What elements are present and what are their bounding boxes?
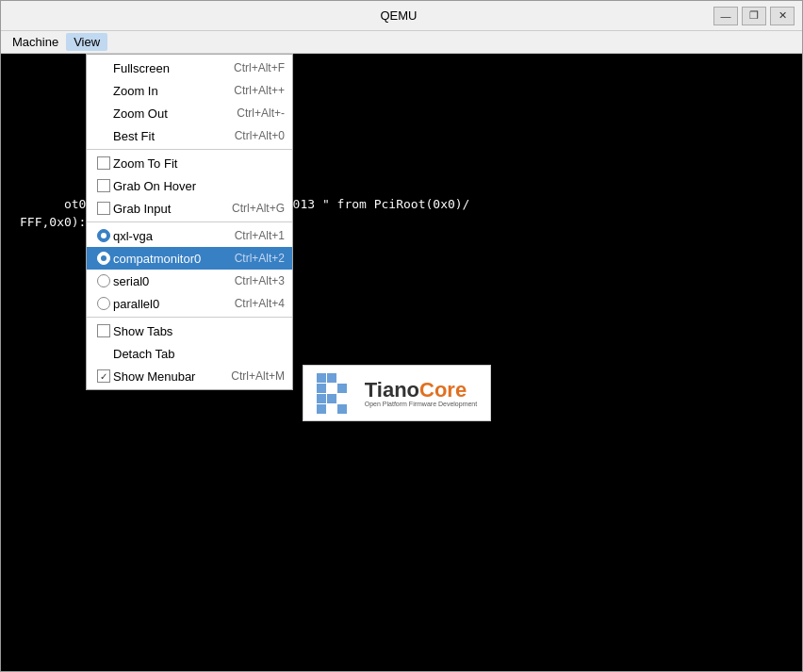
menu-view[interactable]: View	[66, 33, 107, 51]
shortcut-qxl-vga: Ctrl+Alt+1	[235, 229, 285, 242]
menu-item-show-tabs[interactable]: Show Tabs	[87, 320, 292, 342]
grid-cell	[327, 384, 336, 393]
check-area-compatmonitor0	[94, 252, 113, 265]
radio-parallel0	[97, 297, 110, 310]
grid-cell	[317, 404, 326, 414]
grid-cell	[317, 384, 326, 393]
view-dropdown-menu: Fullscreen Ctrl+Alt+F Zoom In Ctrl+Alt++…	[86, 54, 293, 390]
radio-compatmonitor0	[97, 252, 110, 265]
separator-1	[87, 149, 292, 150]
menu-machine[interactable]: Machine	[5, 33, 66, 51]
grid-cell	[348, 394, 357, 403]
tianocore-logo: TianoCore Open Platform Firmware Develop…	[303, 365, 491, 421]
minimize-button[interactable]: —	[713, 7, 738, 25]
menu-item-zoom-out[interactable]: Zoom Out Ctrl+Alt+-	[87, 102, 292, 124]
label-best-fit: Best Fit	[113, 129, 227, 143]
label-parallel0: parallel0	[113, 297, 227, 311]
grid-cell	[327, 394, 336, 403]
label-detach-tab: Detach Tab	[113, 347, 277, 361]
menu-item-qxl-vga[interactable]: qxl-vga Ctrl+Alt+1	[87, 224, 292, 247]
shortcut-grab-input: Ctrl+Alt+G	[232, 202, 285, 215]
checkbox-show-tabs	[97, 324, 110, 337]
check-area-grab-input	[94, 202, 113, 215]
content-area: ot0001 "UEFI QEMU HARDDISK QM00013 " fro…	[1, 54, 802, 671]
check-area-parallel0	[94, 297, 113, 310]
menu-item-grab-input[interactable]: Grab Input Ctrl+Alt+G	[87, 197, 292, 220]
window-title: QEMU	[84, 8, 713, 23]
checkbox-show-menubar	[97, 369, 110, 383]
grid-cell	[337, 373, 347, 383]
grid-cell	[337, 384, 347, 393]
titlebar-controls: — ❐ ✕	[713, 7, 795, 25]
separator-2	[87, 221, 292, 222]
menu-item-zoom-to-fit[interactable]: Zoom To Fit	[87, 152, 292, 174]
restore-button[interactable]: ❐	[742, 7, 766, 25]
tianocore-name-part1: Tiano	[365, 378, 419, 402]
radio-serial0	[97, 274, 110, 287]
label-show-menubar: Show Menubar	[113, 369, 223, 384]
label-zoom-to-fit: Zoom To Fit	[113, 156, 277, 171]
menubar: Machine View	[1, 31, 802, 54]
check-area-show-tabs	[94, 324, 113, 337]
menu-item-parallel0[interactable]: parallel0 Ctrl+Alt+4	[87, 292, 292, 315]
label-zoom-out: Zoom Out	[113, 107, 229, 121]
grid-cell	[337, 394, 347, 403]
shortcut-fullscreen: Ctrl+Alt+F	[234, 61, 285, 74]
menu-item-detach-tab[interactable]: Detach Tab	[87, 342, 292, 365]
tianocore-name-part2: Core	[419, 378, 467, 402]
grid-cell	[348, 404, 357, 414]
grid-cell	[317, 373, 326, 383]
check-area-grab-on-hover	[94, 179, 113, 192]
grid-cell	[327, 373, 336, 383]
check-area-zoom-to-fit	[94, 156, 113, 170]
label-serial0: serial0	[113, 274, 227, 288]
shortcut-parallel0: Ctrl+Alt+4	[235, 297, 285, 310]
shortcut-compatmonitor0: Ctrl+Alt+2	[235, 252, 285, 265]
grid-cell	[317, 394, 326, 403]
grid-cell	[327, 404, 336, 414]
tianocore-tagline: Open Platform Firmware Development	[365, 401, 477, 407]
label-grab-on-hover: Grab On Hover	[113, 179, 277, 193]
menu-item-show-menubar[interactable]: Show Menubar Ctrl+Alt+M	[87, 365, 292, 387]
menu-item-grab-on-hover[interactable]: Grab On Hover	[87, 174, 292, 197]
tianocore-grid-icon	[317, 373, 357, 414]
label-qxl-vga: qxl-vga	[113, 229, 227, 243]
checkbox-zoom-to-fit	[97, 156, 110, 170]
menu-item-compatmonitor0[interactable]: compatmonitor0 Ctrl+Alt+2	[87, 247, 292, 270]
shortcut-zoom-in: Ctrl+Alt++	[234, 84, 285, 97]
checkbox-grab-on-hover	[97, 179, 110, 192]
main-window: QEMU — ❐ ✕ Machine View ot0001 "UEFI QEM…	[0, 0, 803, 672]
check-area-serial0	[94, 274, 113, 287]
menu-item-best-fit[interactable]: Best Fit Ctrl+Alt+0	[87, 124, 292, 147]
tianocore-text: TianoCore Open Platform Firmware Develop…	[365, 380, 477, 407]
checkbox-grab-input	[97, 202, 110, 215]
label-zoom-in: Zoom In	[113, 84, 226, 98]
titlebar: QEMU — ❐ ✕	[1, 1, 802, 31]
radio-qxl-vga	[97, 229, 110, 242]
grid-cell	[348, 373, 357, 383]
menu-item-fullscreen[interactable]: Fullscreen Ctrl+Alt+F	[87, 57, 292, 79]
shortcut-zoom-out: Ctrl+Alt+-	[237, 107, 285, 120]
label-show-tabs: Show Tabs	[113, 324, 277, 338]
label-compatmonitor0: compatmonitor0	[113, 252, 227, 266]
shortcut-show-menubar: Ctrl+Alt+M	[231, 369, 285, 383]
shortcut-best-fit: Ctrl+Alt+0	[235, 129, 285, 142]
check-area-show-menubar	[94, 369, 113, 383]
separator-3	[87, 317, 292, 318]
label-grab-input: Grab Input	[113, 202, 224, 216]
menu-item-serial0[interactable]: serial0 Ctrl+Alt+3	[87, 270, 292, 292]
grid-cell	[348, 384, 357, 393]
menu-item-zoom-in[interactable]: Zoom In Ctrl+Alt++	[87, 79, 292, 102]
tianocore-name: TianoCore	[365, 380, 467, 401]
grid-cell	[337, 404, 347, 414]
shortcut-serial0: Ctrl+Alt+3	[235, 274, 285, 287]
close-button[interactable]: ✕	[770, 7, 795, 25]
label-fullscreen: Fullscreen	[113, 61, 226, 75]
check-area-qxl-vga	[94, 229, 113, 242]
